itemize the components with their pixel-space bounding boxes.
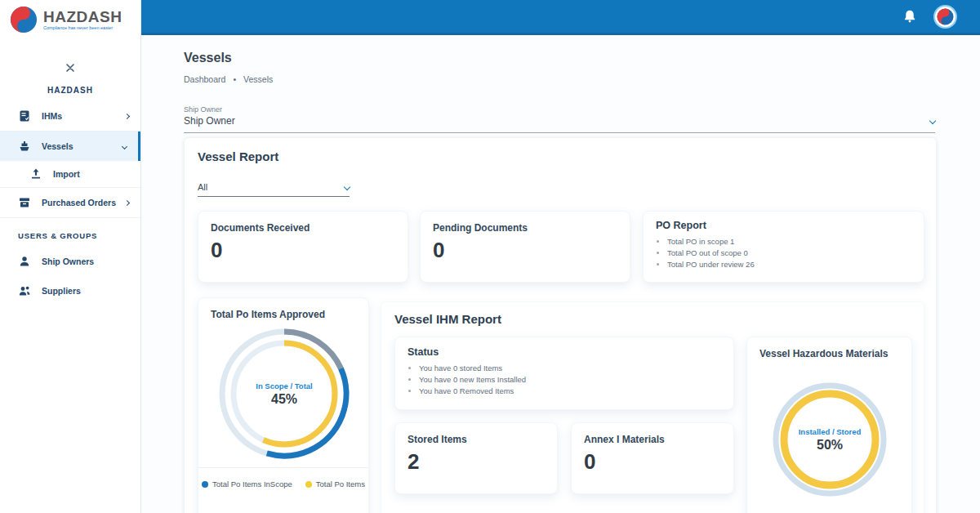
bell-icon[interactable] — [902, 9, 917, 24]
sidebar-item-import[interactable]: Import — [0, 161, 140, 187]
brand-logo: HAZDASH Compliance has never been easier — [0, 0, 140, 33]
sidebar-item-vessels[interactable]: Vessels — [0, 132, 140, 161]
chevron-down-icon — [122, 143, 127, 149]
po-report-list: Total PO in scope 1 Total PO out of scop… — [667, 237, 911, 269]
sidebar-item-label: Suppliers — [42, 286, 129, 296]
pending-documents-card: Pending Documents 0 — [420, 211, 630, 283]
ship-icon — [18, 140, 31, 153]
topbar — [141, 0, 980, 35]
upload-icon — [29, 167, 42, 181]
po-items-donut-chart: In Scope / Total 45% — [215, 324, 354, 463]
legend-dot-blue — [202, 481, 208, 488]
ship-owner-select-value: Ship Owner — [184, 115, 235, 127]
sidebar: HAZDASH Compliance has never been easier… — [0, 0, 141, 513]
people-icon — [18, 284, 31, 297]
sidebar-item-label: Vessels — [42, 141, 122, 151]
status-title: Status — [408, 346, 721, 358]
documents-received-card: Documents Received 0 — [198, 211, 408, 283]
sidebar-item-label: Ship Owners — [42, 256, 129, 266]
divider — [198, 467, 368, 468]
brand-tagline: Compliance has never been easier — [43, 25, 122, 30]
donut-center-label: In Scope / Total — [256, 381, 313, 390]
hazdash-logo-icon — [10, 6, 38, 33]
vessel-report-title: Vessel Report — [198, 149, 278, 163]
ship-owner-select[interactable]: Ship Owner — [184, 115, 935, 133]
orders-box-icon — [18, 196, 31, 209]
hazardous-materials-title: Vessel Hazardous Materials — [760, 348, 899, 359]
user-avatar[interactable] — [933, 5, 957, 29]
vessel-filter-value: All — [198, 182, 207, 192]
main-content: Vessels Dashboard • Vessels Ship Owner S… — [141, 38, 980, 513]
page-title: Vessels — [184, 51, 232, 65]
donut-center-value: 45% — [271, 392, 297, 407]
stat-value: 0 — [584, 449, 721, 475]
legend-item-total: Total Po Items — [305, 480, 365, 488]
donut-center-value: 50% — [817, 438, 843, 453]
sidebar-item-ihms[interactable]: IHMs — [0, 101, 140, 131]
donut-center-text: Installed / Stored 50% — [768, 378, 891, 501]
sidebar-item-suppliers[interactable]: Suppliers — [0, 276, 140, 306]
list-item: Total PO under review 26 — [667, 260, 911, 269]
sidebar-item-label: Import — [53, 169, 129, 179]
annex-materials-card: Annex I Materials 0 — [571, 422, 734, 494]
list-item: You have 0 stored Items — [419, 364, 721, 372]
legend-label: Total Po Items InScope — [212, 480, 292, 488]
chart-legend: Total Po Items InScope Total Po Items — [198, 480, 368, 488]
status-card: Status You have 0 stored Items You have … — [394, 337, 734, 410]
sidebar-collapse-button[interactable] — [0, 60, 140, 75]
ship-owner-field-label: Ship Owner — [184, 105, 222, 114]
breadcrumb: Dashboard • Vessels — [184, 74, 273, 84]
status-list: You have 0 stored Items You have 0 new I… — [419, 364, 721, 395]
donut-center-label: Installed / Stored — [799, 427, 862, 436]
hazmat-donut-chart: Installed / Stored 50% — [768, 378, 891, 501]
stat-value: 0 — [211, 238, 395, 263]
hazardous-materials-card: Vessel Hazardous Materials Installed / S… — [746, 337, 912, 513]
stat-label: Pending Documents — [433, 222, 617, 234]
po-report-title: PO Report — [656, 220, 911, 231]
close-icon — [66, 64, 74, 72]
chevron-down-icon — [929, 118, 936, 124]
po-items-approved-title: Total Po Items Approved — [211, 309, 356, 320]
breadcrumb-current: Vessels — [243, 74, 273, 84]
brand-name: HAZDASH — [43, 9, 122, 25]
legend-item-inscope: Total Po Items InScope — [202, 480, 292, 488]
po-report-card: PO Report Total PO in scope 1 Total PO o… — [643, 211, 924, 283]
vessel-report-panel: Vessel Report All Documents Received 0 P… — [184, 137, 937, 513]
sidebar-item-label: Purchased Orders — [42, 198, 125, 207]
vessel-filter-select[interactable]: All — [198, 182, 350, 197]
list-item: You have 0 Removed Items — [419, 386, 721, 395]
avatar-logo-icon — [935, 7, 956, 27]
breadcrumb-separator: • — [233, 74, 236, 84]
chevron-right-icon — [124, 113, 130, 118]
chevron-right-icon — [124, 199, 130, 205]
stat-value: 0 — [433, 238, 617, 263]
stat-label: Stored Items — [408, 434, 545, 445]
sidebar-item-ship-owners[interactable]: Ship Owners — [0, 247, 140, 276]
ihm-list-icon — [18, 109, 31, 123]
stat-label: Annex I Materials — [584, 434, 721, 445]
vessel-ihm-report-section: Vessel IHM Report Status You have 0 stor… — [381, 301, 924, 513]
list-item: Total PO in scope 1 — [667, 237, 911, 246]
stat-value: 2 — [408, 449, 545, 475]
sidebar-section-users-groups: USERS & GROUPS — [0, 218, 140, 247]
donut-center-text: In Scope / Total 45% — [215, 324, 354, 463]
po-items-approved-card: Total Po Items Approved In Scope / Total… — [198, 297, 369, 513]
breadcrumb-dashboard[interactable]: Dashboard — [184, 74, 225, 84]
sidebar-item-purchased-orders[interactable]: Purchased Orders — [0, 188, 140, 217]
list-item: Total PO out of scope 0 — [667, 248, 911, 257]
sidebar-nav: IHMs Vessels Import — [0, 101, 140, 306]
stored-items-card: Stored Items 2 — [394, 422, 558, 494]
person-icon — [18, 255, 31, 268]
legend-label: Total Po Items — [316, 480, 365, 488]
list-item: You have 0 new Items Installed — [419, 375, 721, 384]
sidebar-brand-label: HAZDASH — [0, 86, 140, 95]
vessel-ihm-report-title: Vessel IHM Report — [394, 312, 501, 326]
chevron-down-icon — [344, 184, 350, 190]
stat-label: Documents Received — [211, 222, 395, 234]
legend-dot-yellow — [305, 481, 312, 488]
sidebar-item-label: IHMs — [42, 111, 125, 121]
